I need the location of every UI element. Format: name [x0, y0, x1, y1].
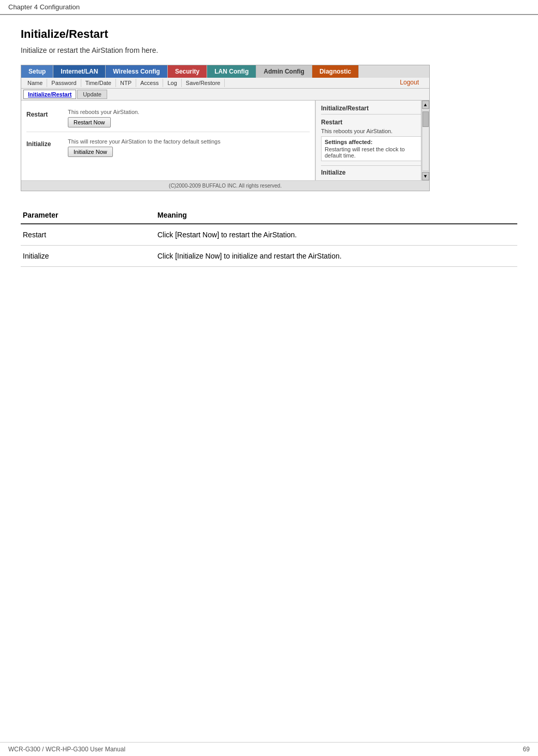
page-description: Initialize or restart the AirStation fro… — [21, 46, 517, 54]
nav-tab-wireless-config[interactable]: Wireless Config — [106, 65, 168, 78]
restart-content: This reboots your AirStation. Restart No… — [68, 109, 310, 127]
col-parameter-header: Parameter — [21, 207, 155, 224]
restart-sub-text: This reboots your AirStation. — [68, 109, 310, 115]
nav-tab-lan-config[interactable]: LAN Config — [207, 65, 256, 78]
page-title: Initialize/Restart — [21, 27, 517, 41]
restart-now-button[interactable]: Restart Now — [68, 117, 111, 127]
nav-tab-access[interactable]: Access — [136, 79, 163, 87]
nav-tab-admin-config[interactable]: Admin Config — [256, 65, 312, 78]
nav-tab-setup[interactable]: Setup — [21, 65, 53, 78]
chapter-title: Chapter 4 Configuration — [8, 3, 80, 11]
initialize-sub-text: This will restore your AirStation to the… — [68, 138, 310, 145]
nav-tabs-top: Setup Internet/LAN Wireless Config Secur… — [21, 65, 429, 78]
nav-tab-save-restore[interactable]: Save/Restore — [182, 79, 225, 87]
bottom-bar: WCR-G300 / WCR-HP-G300 User Manual 69 — [0, 742, 538, 756]
sidebar-settings-affected-title: Settings affected: — [325, 139, 420, 145]
restart-label: Restart — [26, 109, 68, 118]
ui-main-panel: Restart This reboots your AirStation. Re… — [21, 101, 315, 180]
logout-link[interactable]: Logout — [400, 79, 419, 86]
nav-tab-update[interactable]: Update — [77, 90, 107, 99]
table-cell-parameter: Restart — [21, 224, 155, 246]
footer-page-number: 69 — [523, 746, 530, 753]
initialize-row: Initialize This will restore your AirSta… — [26, 134, 310, 161]
nav-tab-internet-lan[interactable]: Internet/LAN — [53, 65, 106, 78]
nav-tabs-second: Name Password Time/Date NTP Access Log S… — [21, 78, 429, 89]
footer-manual-text: WCR-G300 / WCR-HP-G300 User Manual — [8, 746, 125, 753]
table-cell-meaning: Click [Restart Now] to restart the AirSt… — [155, 224, 517, 246]
table-cell-meaning: Click [Initialize Now] to initialize and… — [155, 246, 517, 267]
sidebar-initialize-title: Initialize — [321, 165, 424, 176]
sidebar-settings-affected-text: Restarting will reset the clock to defau… — [325, 146, 420, 159]
nav-tab-password[interactable]: Password — [47, 79, 81, 87]
sidebar-scrollbar: ▲ ▼ — [421, 101, 429, 180]
ui-footer: (C)2000-2009 BUFFALO INC. All rights res… — [21, 180, 429, 191]
sidebar-restart-text: This reboots your AirStation. — [321, 128, 424, 134]
ui-screenshot: Setup Internet/LAN Wireless Config Secur… — [21, 65, 430, 191]
sidebar-title: Initialize/Restart — [321, 105, 424, 115]
parameter-table: Parameter Meaning RestartClick [Restart … — [21, 207, 517, 267]
scrollbar-track — [422, 110, 429, 171]
scrollbar-thumb[interactable] — [423, 111, 429, 127]
nav-tab-diagnostic[interactable]: Diagnostic — [312, 65, 359, 78]
initialize-label: Initialize — [26, 138, 68, 148]
initialize-now-button[interactable]: Initialize Now — [68, 147, 113, 157]
nav-tab-ntp[interactable]: NTP — [116, 79, 136, 87]
nav-tab-security[interactable]: Security — [168, 65, 207, 78]
ui-sidebar: Initialize/Restart Restart This reboots … — [315, 101, 429, 180]
scrollbar-up-button[interactable]: ▲ — [422, 101, 429, 109]
table-row: RestartClick [Restart Now] to restart th… — [21, 224, 517, 246]
ui-footer-text: (C)2000-2009 BUFFALO INC. All rights res… — [169, 183, 282, 189]
ui-body: Restart This reboots your AirStation. Re… — [21, 101, 429, 180]
scrollbar-down-button[interactable]: ▼ — [422, 172, 429, 180]
nav-tab-initialize-restart[interactable]: Initialize/Restart — [23, 90, 76, 99]
initialize-content: This will restore your AirStation to the… — [68, 138, 310, 157]
nav-tab-time-date[interactable]: Time/Date — [81, 79, 116, 87]
nav-tab-name[interactable]: Name — [23, 79, 47, 87]
nav-tab-log[interactable]: Log — [163, 79, 181, 87]
restart-row: Restart This reboots your AirStation. Re… — [26, 105, 310, 132]
col-meaning-header: Meaning — [155, 207, 517, 224]
table-row: InitializeClick [Initialize Now] to init… — [21, 246, 517, 267]
sidebar-settings-box: Settings affected: Restarting will reset… — [321, 136, 424, 161]
main-content: Initialize/Restart Initialize or restart… — [0, 15, 538, 279]
sidebar-restart-title: Restart — [321, 119, 424, 126]
chapter-header: Chapter 4 Configuration — [0, 0, 538, 15]
table-cell-parameter: Initialize — [21, 246, 155, 267]
